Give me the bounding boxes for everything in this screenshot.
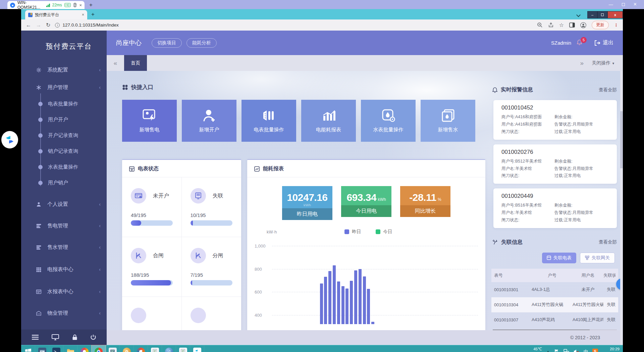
new-tab-button[interactable]: + [91,11,95,18]
chevron-down-icon[interactable] [576,13,581,17]
tile-new-sell-water[interactable]: 新增售水 [421,100,475,142]
taskbar-file-explorer[interactable] [63,345,77,352]
share-icon[interactable] [548,22,554,28]
taskbar-color-app[interactable] [134,345,148,352]
sogou-icon[interactable]: S [592,349,598,352]
tile-water-batch[interactable]: 水表批量操作 [361,100,416,142]
power-icon[interactable] [90,334,96,340]
sidebar-item-personal[interactable]: 个人设置 ‹ [21,195,107,213]
address-bar[interactable]: i 127.0.0.1:10315/Main/Index [55,23,532,28]
taskbar-server-manager[interactable] [35,345,49,352]
lock-icon[interactable] [72,334,77,340]
sidebar-item-sell-water[interactable]: 售水管理 ‹ [21,238,107,256]
alarm-card[interactable]: 0010020276 商户号:B512羊美术馆 用户名:羊美术馆 闸刀状态: 剩… [493,144,617,184]
logout-button[interactable]: 退出 [594,39,613,46]
remote-session-tab[interactable]: ● WIN-OQMSK21... 22ms HD RU × [7,1,85,9]
energy-bar-chart: kW·h 昨日 今日 1,000800600400 [247,223,485,345]
chevron-left-icon: ‹ [99,202,101,207]
switch-project-button[interactable]: 切换项目 [152,38,182,48]
sidebar-subitem-open-account[interactable]: 用户开户 [21,112,107,128]
sidebar-subitem-open-records[interactable]: 开户记录查询 [21,128,107,143]
window-minimize-button[interactable]: – [587,11,597,18]
taskbar-chrome[interactable] [92,345,106,352]
scroll-tabs-left-icon[interactable]: « [107,55,124,71]
taskbar-powershell[interactable]: >_ [49,345,63,352]
caret-down-icon: ▼ [612,62,615,65]
window-restore-button[interactable] [597,11,607,18]
taskbar-monitor-app[interactable] [106,345,120,352]
network-icon[interactable] [564,349,569,352]
forward-icon[interactable]: → [36,22,41,28]
sidebar-item-user-mgmt[interactable]: 用户管理 ‹ [21,79,107,96]
legend-yesterday[interactable]: 昨日 [344,229,361,235]
todesk-floating-ball[interactable] [1,131,18,148]
tab-home[interactable]: 首页 [124,55,147,71]
tile-meter-batch[interactable]: 电表批量操作 [241,100,296,142]
ime-indicator[interactable]: 中 [584,349,588,352]
username-label: SZadmin [551,40,571,46]
offline-title: 失联信息 [501,239,523,246]
alarms-view-all-link[interactable]: 查看全部 [599,87,617,93]
close-operations-dropdown[interactable]: 关闭操作 ▼ [592,60,615,66]
sidebar-subitem-meter-batch[interactable]: 电表批量操作 [21,96,107,112]
offline-table-row[interactable]: 0010010301 4AL3-1总 未开户 失联 [491,282,618,297]
offline-gateway-button[interactable]: 失联网关 [580,253,615,263]
tile-energy-report[interactable]: 电能耗报表 [301,100,356,142]
reload-icon[interactable]: ↻ [46,22,50,28]
energy-analysis-button[interactable]: 能耗分析 [186,38,217,48]
chevron-left-icon: ‹ [99,223,101,228]
sidebar-item-water-reports[interactable]: 水报表中心 ‹ [21,283,107,300]
app-minimize-button[interactable]: — [609,2,613,7]
tile-new-account[interactable]: 新增开户 [182,100,236,142]
browser-menu-icon[interactable]: ⋮ [614,23,618,28]
taskbar-gear-app[interactable] [120,345,134,352]
tray-expand-icon[interactable]: ▲ [546,350,550,352]
start-button[interactable] [21,345,35,352]
site-info-icon[interactable]: i [55,23,60,28]
profile-avatar-icon[interactable] [580,22,586,28]
bookmark-star-icon[interactable]: ☆ [559,22,564,28]
menu-icon[interactable] [32,335,39,340]
scroll-tabs-right-icon[interactable]: » [580,59,584,67]
cpu-temp-widget[interactable]: 45℃ CPU温度 [526,347,542,352]
sidebar-item-system-config[interactable]: 系统配置 ‹ [21,61,107,79]
tile-new-sell-power[interactable]: 新增售电 [122,100,177,142]
content-v-scrollbar[interactable] [620,71,623,345]
legend-label: 昨日 [352,229,361,235]
alarm-card[interactable]: 0010020449 商户号:B516羊美术馆 用户名:羊美术馆 闸刀状态: 剩… [493,188,617,228]
sidebar-item-property[interactable]: 物业管理 ‹ [21,304,107,322]
offline-view-all-link[interactable]: 查看全部 [599,239,617,245]
offline-table-row[interactable]: 0010010307 A410芦花鸡 A410闻上芦花鸡 失联 [491,312,618,327]
sidebar-item-sell-electric[interactable]: 售电管理 ‹ [21,217,107,234]
taskbar-tools-app[interactable] [162,345,176,352]
speaker-muted-icon[interactable] [574,349,579,352]
sidebar-subitem-close-account[interactable]: 用户销户 [21,175,107,191]
new-session-button[interactable]: + [89,2,93,8]
sidebar-item-electric-reports[interactable]: 电报表中心 ‹ [21,261,107,278]
taskbar-notepad[interactable] [148,345,162,352]
back-icon[interactable]: ← [26,22,31,28]
notification-bell[interactable]: 5 [577,39,582,47]
zoom-icon[interactable] [537,22,543,28]
sidebar-subitem-close-records[interactable]: 销户记录查询 [21,143,107,159]
monitor-icon[interactable] [52,334,59,340]
sidebar-subitem-water-batch[interactable]: 水表批量操作 [21,159,107,175]
app-restore-button[interactable] [622,3,625,6]
window-close-button[interactable]: x [607,11,623,18]
app-close-button[interactable]: × [634,2,637,7]
cpu-temp-value: 45℃ [526,347,542,351]
update-button[interactable]: 更新 [592,21,609,29]
flag-icon[interactable] [554,349,559,352]
taskbar-todesk[interactable] [190,345,204,352]
close-session-icon[interactable]: × [79,3,82,8]
close-tab-icon[interactable]: × [82,12,84,17]
taskbar-document-viewer[interactable] [176,345,190,352]
alarm-card[interactable]: 0010010452 商户号:A416和府捞面 用户名:A416和府捞面 闸刀状… [493,100,617,140]
tray-clock[interactable]: 20:29 2023/3/15 [602,347,620,352]
side-panel-icon[interactable] [569,23,575,28]
browser-tab[interactable]: 预付费云平台 × [25,10,87,19]
legend-today[interactable]: 今日 [376,229,392,235]
offline-meter-button[interactable]: 失联电表 [542,253,576,263]
offline-table-row[interactable]: 0010010304 A411芳竹园火锅 A411芳竹园火锅 失联 [491,297,618,312]
taskbar-media-app[interactable] [77,345,92,352]
